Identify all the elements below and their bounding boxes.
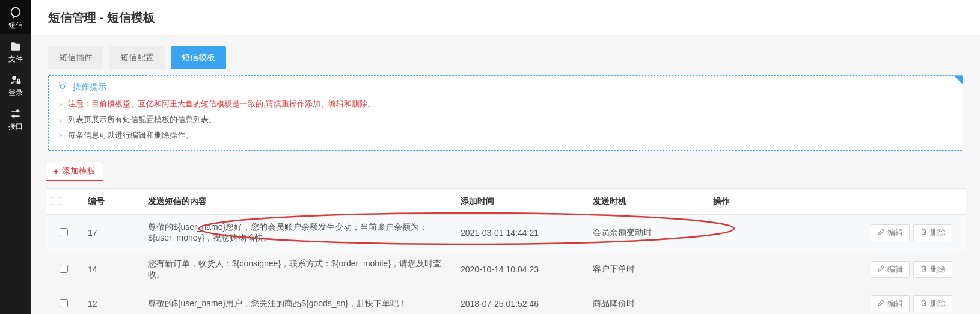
tab-sms-template[interactable]: 短信模板 (171, 46, 226, 69)
svg-point-3 (17, 110, 19, 112)
tips-heading: 操作提示 (57, 82, 954, 93)
svg-point-4 (13, 115, 14, 117)
table-row: 14您有新订单，收货人：${consignee}，联系方式：${order_mo… (46, 251, 966, 288)
sidebar-item-label: 登录 (8, 89, 23, 96)
th-content: 发送短信的内容 (142, 189, 455, 215)
sidebar-item-api[interactable]: 接口 (0, 101, 31, 135)
delete-button[interactable]: 删除 (913, 224, 952, 241)
folder-icon (9, 40, 22, 53)
svg-rect-2 (17, 81, 21, 84)
sidebar-item-login[interactable]: 登录 (0, 67, 31, 101)
edit-button[interactable]: 编辑 (871, 295, 910, 312)
edit-label: 编辑 (887, 264, 903, 275)
edit-label: 编辑 (887, 298, 903, 309)
cell-content: 尊敬的${user_name}您好，您的会员账户余额发生变动，当前账户余额为：$… (142, 215, 455, 251)
pencil-icon (877, 299, 887, 309)
delete-button[interactable]: 删除 (913, 295, 952, 312)
row-checkbox[interactable] (60, 299, 68, 307)
row-checkbox[interactable] (60, 265, 68, 273)
cell-id: 12 (82, 288, 142, 315)
lightbulb-icon (57, 82, 68, 93)
add-template-button[interactable]: + 添加模板 (46, 162, 103, 181)
sidebar-item-file[interactable]: 文件 (0, 34, 31, 67)
delete-label: 删除 (930, 227, 946, 238)
page-title: 短信管理 - 短信模板 (31, 0, 980, 35)
table-row: 12尊敬的${user_name}用户，您关注的商品${goods_sn}，赶快… (46, 288, 966, 315)
cell-time: 2020-10-14 10:04:23 (455, 251, 587, 288)
tips-item: 每条信息可以进行编辑和删除操作。 (68, 128, 954, 143)
th-id: 编号 (82, 189, 142, 215)
cell-trigger: 商品降价时 (587, 288, 707, 315)
tabs: 短信插件 短信配置 短信模板 (46, 46, 966, 69)
trash-icon (920, 299, 930, 309)
edit-button[interactable]: 编辑 (871, 261, 910, 278)
th-time: 添加时间 (455, 189, 587, 215)
delete-label: 删除 (930, 264, 946, 275)
user-lock-icon (9, 73, 22, 87)
content-area: 短信插件 短信配置 短信模板 操作提示 注意：目前模板堂、互亿和阿里大鱼的短信模… (31, 35, 980, 314)
cell-time: 2018-07-25 01:52:46 (455, 288, 587, 315)
cell-id: 14 (82, 251, 142, 288)
select-all-checkbox[interactable] (52, 197, 60, 205)
delete-button[interactable]: 删除 (913, 261, 952, 278)
th-ops: 操作 (707, 189, 966, 215)
cell-content: 您有新订单，收货人：${consignee}，联系方式：${order_mobi… (142, 251, 455, 288)
sidebar-item-sms[interactable]: 短信 (0, 0, 31, 34)
chat-icon (9, 6, 22, 19)
tab-sms-config[interactable]: 短信配置 (109, 46, 165, 69)
cell-trigger: 会员余额变动时 (587, 215, 707, 251)
sidebar-item-label: 短信 (8, 22, 23, 29)
sidebar: 短信 文件 登录 接口 (0, 0, 31, 314)
table-row: 17尊敬的${user_name}您好，您的会员账户余额发生变动，当前账户余额为… (46, 215, 966, 251)
cell-trigger: 客户下单时 (587, 251, 707, 288)
sidebar-item-label: 接口 (8, 123, 23, 130)
trash-icon (920, 228, 930, 238)
tips-item: 列表页展示所有短信配置模板的信息列表。 (68, 112, 954, 128)
tips-item: 注意：目前模板堂、互亿和阿里大鱼的短信模板是一致的,请慎重操作添加、编辑和删除。 (68, 96, 954, 112)
th-trigger: 发送时机 (587, 189, 707, 215)
edit-button[interactable]: 编辑 (871, 224, 910, 241)
cell-id: 17 (82, 215, 142, 251)
tab-sms-plugin[interactable]: 短信插件 (48, 46, 103, 69)
edit-label: 编辑 (887, 227, 903, 238)
sidebar-item-label: 文件 (8, 55, 23, 63)
svg-point-1 (12, 76, 16, 80)
tips-heading-text: 操作提示 (73, 82, 106, 93)
trash-icon (920, 265, 930, 274)
tips-panel: 操作提示 注意：目前模板堂、互亿和阿里大鱼的短信模板是一致的,请慎重操作添加、编… (48, 75, 963, 151)
pencil-icon (877, 265, 887, 274)
pencil-icon (877, 228, 887, 238)
add-template-label: 添加模板 (62, 166, 96, 177)
tips-item-text: 每条信息可以进行编辑和删除操作。 (68, 131, 193, 140)
tips-item-text: 注意：目前模板堂、互亿和阿里大鱼的短信模板是一致的,请慎重操作添加、编辑和删除。 (68, 99, 375, 108)
plus-icon: + (54, 167, 58, 176)
svg-point-5 (60, 84, 65, 89)
cell-content: 尊敬的${user_name}用户，您关注的商品${goods_sn}，赶快下单… (142, 288, 455, 315)
delete-label: 删除 (930, 298, 946, 309)
main: 短信管理 - 短信模板 短信插件 短信配置 短信模板 操作提示 注意：目前模板堂… (31, 0, 980, 314)
cell-time: 2021-03-01 14:44:21 (455, 215, 587, 251)
collapse-icon[interactable] (954, 76, 963, 84)
sliders-icon (9, 107, 22, 120)
template-table: 编号 发送短信的内容 添加时间 发送时机 操作 17尊敬的${user_name… (46, 188, 966, 314)
tips-item-text: 列表页展示所有短信配置模板的信息列表。 (68, 115, 216, 124)
row-checkbox[interactable] (60, 228, 68, 236)
